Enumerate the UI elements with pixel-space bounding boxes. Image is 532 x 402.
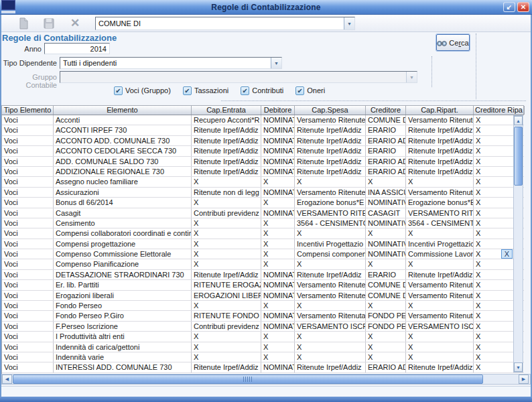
cell[interactable]: Voci <box>2 157 54 166</box>
cell[interactable]: Ritenute Irpef/Addiz <box>295 146 366 155</box>
cell[interactable]: Ritenute non di legg <box>192 188 261 197</box>
cell[interactable]: Erogazioni liberali <box>54 291 192 300</box>
cell[interactable]: X <box>406 342 474 352</box>
cell[interactable]: NOMINATIVI <box>261 362 295 372</box>
cell[interactable]: NOMINATIVI <box>261 280 295 289</box>
cell[interactable]: ERARIO <box>366 125 406 135</box>
cell[interactable]: VERSAMENTO RITEN <box>406 208 474 218</box>
cell[interactable]: VERSAMENTO ISCRI <box>295 322 366 331</box>
cell[interactable]: Commissione Lavori I <box>406 249 474 259</box>
cell[interactable]: X <box>406 228 474 238</box>
cell[interactable]: Ritenute Irpef/Addiz <box>192 136 261 145</box>
horizontal-scroll-thumb[interactable] <box>13 375 483 384</box>
anno-input[interactable] <box>44 43 110 54</box>
new-document-icon[interactable] <box>17 17 29 29</box>
table-row[interactable]: VociDETASSAZIONE STRAORDINARI 730Ritenut… <box>2 270 524 280</box>
table-row[interactable]: VociBonus dl 66/2014XXErogazione bonus*E… <box>2 198 524 208</box>
cell[interactable]: Er. lib. Parttiti <box>54 280 192 289</box>
cell[interactable]: Voci <box>2 352 54 362</box>
cell[interactable]: DETASSAZIONE STRAORDINARI 730 <box>54 270 192 279</box>
cell[interactable]: Voci <box>2 322 54 331</box>
cell[interactable]: Incentivi Progettazio <box>295 239 366 249</box>
column-header[interactable]: Tipo Elemento <box>2 106 54 115</box>
delete-icon[interactable]: ✕ <box>68 16 82 28</box>
table-row[interactable]: VociACCONTO ADD. COMUNALE 730Ritenute Ir… <box>2 136 524 146</box>
cell[interactable]: ACCONTI IRPEF 730 <box>54 125 192 135</box>
table-row[interactable]: VociCompenso Commissione ElettoraleXXCom… <box>2 249 524 259</box>
cell[interactable]: NOMINATIVI <box>261 208 295 218</box>
cell[interactable]: X <box>406 332 474 341</box>
cell[interactable]: Voci <box>2 188 54 197</box>
cell[interactable]: Voci <box>2 301 54 310</box>
cell[interactable]: X <box>366 177 406 186</box>
cell[interactable]: X <box>261 198 295 207</box>
cell[interactable]: Bonus dl 66/2014 <box>54 198 192 207</box>
cell[interactable]: X <box>192 177 261 186</box>
column-header[interactable]: Creditore <box>366 106 406 115</box>
horizontal-scrollbar[interactable]: ◀ ▶ <box>1 374 531 385</box>
table-row[interactable]: VociI Produttività altri entiXXXXXX <box>2 332 524 342</box>
cell[interactable]: Contributi previdenz <box>192 322 261 331</box>
cell[interactable]: Casagit <box>54 208 192 218</box>
cell[interactable]: Indennità di carica/gettoni <box>54 342 192 352</box>
cell[interactable]: Ritenute Irpef/Addiz <box>295 167 366 176</box>
cell[interactable]: Ritenute Irpef/Addiz <box>406 362 474 372</box>
cell[interactable]: NOMINATIVI <box>366 239 406 249</box>
cell[interactable]: NOMINATIVI <box>261 311 295 320</box>
cell[interactable]: Compensi collaboratori coordinati e cont… <box>54 228 192 238</box>
cell[interactable]: RITENUTE EROGAZI <box>192 280 261 289</box>
cell[interactable]: X <box>406 177 474 186</box>
cell[interactable]: Fondo Perseo P.Giro <box>54 311 192 320</box>
table-row[interactable]: VociCompensi collaboratori coordinati e … <box>2 228 524 239</box>
cell[interactable]: Ritenute Irpef/Addiz <box>295 270 366 279</box>
cell[interactable]: X <box>366 342 406 352</box>
checkbox-icon[interactable]: ✔ <box>241 86 249 95</box>
cell[interactable]: NOMINATIVI <box>261 136 295 145</box>
cell[interactable]: Voci <box>2 332 54 341</box>
cell[interactable]: Ritenute Irpef/Addiz <box>192 167 261 176</box>
cell[interactable]: NOMINATIVI <box>261 270 295 279</box>
cell[interactable]: RITENUTE FONDO P <box>192 311 261 320</box>
cell[interactable]: Voci <box>2 249 54 259</box>
cell[interactable]: X <box>295 301 366 310</box>
checkbox-icon[interactable]: ✔ <box>295 86 304 95</box>
cell[interactable]: Recupero Acconti*R <box>192 115 261 125</box>
cell[interactable]: Voci <box>2 270 54 279</box>
cell[interactable]: Compensi progettazione <box>54 239 192 249</box>
cell[interactable]: Voci <box>2 115 54 125</box>
close-window-button[interactable]: ✕ <box>517 2 529 12</box>
cell[interactable]: Ritenute Irpef/Addiz <box>192 146 261 155</box>
table-row[interactable]: VociFondo Perseo P.GiroRITENUTE FONDO PN… <box>2 311 524 321</box>
tipo-dipendente-combobox[interactable]: Tutti i dipendenti ▼ <box>60 57 282 69</box>
cell[interactable]: INA ASSICUR <box>366 188 406 197</box>
cell[interactable]: X <box>295 259 366 269</box>
table-row[interactable]: VociIndennità varieXXXXXX <box>2 352 524 362</box>
cell[interactable]: ERARIO <box>366 270 406 279</box>
cell[interactable]: NOMINATIVI <box>261 115 295 125</box>
cell[interactable]: Voci <box>2 218 54 228</box>
cell[interactable]: Versamento Ritenute <box>406 291 474 300</box>
cell[interactable]: F.Perseo Iscrizione <box>54 322 192 331</box>
cell[interactable]: ADD. COMUNALE SALDO 730 <box>54 157 192 166</box>
cell[interactable]: Assicurazioni <box>54 188 192 197</box>
cell[interactable]: Ritenute Irpef/Addiz <box>192 362 261 372</box>
cell[interactable]: X <box>192 259 261 269</box>
cell[interactable]: Versamento Ritenute <box>406 115 474 125</box>
cell[interactable]: Voci <box>2 167 54 176</box>
table-row[interactable]: VociAssegno nucleo familiareXXXXXX <box>2 177 524 187</box>
cell[interactable]: CASAGIT <box>366 208 406 218</box>
cell[interactable]: X <box>261 352 295 362</box>
cell[interactable]: X <box>261 239 295 249</box>
cell[interactable]: X <box>261 301 295 310</box>
cell[interactable]: VERSAMENTO RITEN <box>295 208 366 218</box>
table-row[interactable]: VociF.Perseo IscrizioneContributi previd… <box>2 322 524 332</box>
cell[interactable]: Acconti <box>54 115 192 125</box>
cell[interactable]: X <box>295 228 366 238</box>
cell[interactable]: X <box>192 342 261 352</box>
cell[interactable]: NOMINATIVI <box>261 157 295 166</box>
chevron-down-icon[interactable]: ▼ <box>271 58 281 68</box>
cell[interactable]: I Produttività altri enti <box>54 332 192 341</box>
cell[interactable]: Voci <box>2 311 54 320</box>
cell[interactable]: X <box>192 198 261 207</box>
table-row[interactable]: VociIndennità di carica/gettoniXXXXXX <box>2 342 524 352</box>
